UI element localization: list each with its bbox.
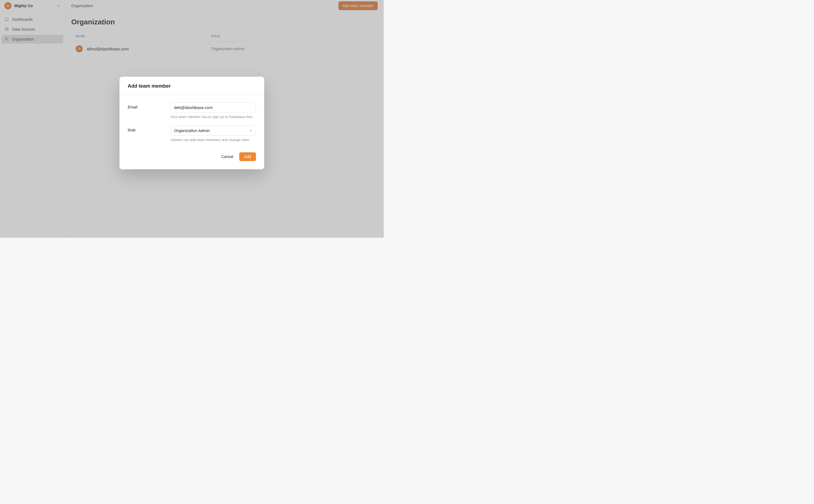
- modal-footer: Cancel Add: [119, 150, 264, 169]
- cancel-button[interactable]: Cancel: [221, 154, 233, 159]
- modal-overlay[interactable]: Add team member Email Your team member h…: [0, 0, 384, 238]
- role-select-wrap: Organization Admin: [170, 125, 256, 136]
- modal-body: Email Your team member has to sign up to…: [119, 95, 264, 150]
- role-select[interactable]: Organization Admin: [170, 125, 256, 136]
- email-input[interactable]: [170, 102, 256, 113]
- email-label: Email: [128, 102, 170, 119]
- email-hint: Your team member has to sign up to Dashi…: [170, 115, 256, 119]
- form-row-role: Role Organization Admin Admins can add t…: [128, 125, 256, 142]
- role-hint: Admins can add team members and change r…: [170, 138, 256, 142]
- add-team-member-modal: Add team member Email Your team member h…: [119, 77, 264, 169]
- role-control: Organization Admin Admins can add team m…: [170, 125, 256, 142]
- add-button[interactable]: Add: [239, 152, 256, 161]
- modal-header: Add team member: [119, 77, 264, 95]
- form-row-email: Email Your team member has to sign up to…: [128, 102, 256, 119]
- modal-title: Add team member: [128, 83, 256, 89]
- email-control: Your team member has to sign up to Dashi…: [170, 102, 256, 119]
- role-label: Role: [128, 125, 170, 142]
